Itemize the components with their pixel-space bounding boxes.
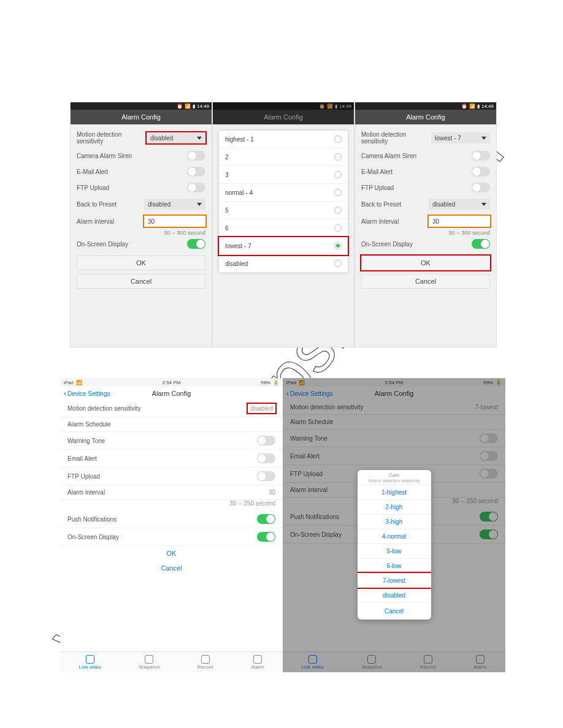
sheet-option[interactable]: 6-low xyxy=(358,558,431,573)
interval-hint: 30 -- 250 second xyxy=(229,500,275,507)
tab-bar: Live video Snapshot Record Alarm xyxy=(60,651,283,672)
tab-live-video[interactable]: Live video xyxy=(79,655,101,670)
sensitivity-action-sheet: Cam Motion detection sensitivity 1-highe… xyxy=(358,470,431,620)
ok-button[interactable]: OK xyxy=(361,256,490,270)
sensitivity-dropdown[interactable]: lowest - 7 xyxy=(431,132,490,143)
sensitivity-option[interactable]: disabled xyxy=(219,255,348,273)
signal-icon: ▮ xyxy=(477,104,480,109)
osd-toggle[interactable] xyxy=(187,239,205,249)
status-bar: iPad📶 2:54 PM 59%🔋 xyxy=(60,378,283,387)
phone-screenshot-2: ⏰ 📶 ▮ 14:49 Alarm Config highest - 1 2 3… xyxy=(212,102,354,347)
ipad-screenshot-2: iPad📶 2:54 PM 59%🔋 Device Settings Alarm… xyxy=(283,378,505,672)
sheet-subtitle: Motion detection sensitivity xyxy=(358,479,431,485)
ipad-screenshot-1: iPad📶 2:54 PM 59%🔋 Device Settings Alarm… xyxy=(60,378,283,672)
sheet-option[interactable]: disabled xyxy=(358,588,431,602)
screen-title: Alarm Config xyxy=(213,110,354,124)
cancel-button[interactable]: Cancel xyxy=(361,274,490,289)
sheet-option[interactable]: 2-high xyxy=(358,499,431,514)
email-label: E-Mail Alert xyxy=(77,169,108,175)
sensitivity-value[interactable]: disabled xyxy=(248,404,275,413)
ftp-toggle[interactable] xyxy=(257,471,275,481)
chevron-down-icon xyxy=(197,203,202,206)
ftp-toggle[interactable] xyxy=(472,183,490,192)
sheet-option[interactable]: 4-normal xyxy=(358,529,431,544)
sheet-option-selected[interactable]: 7-lowest xyxy=(358,573,431,588)
ftp-label: FTP Upload xyxy=(77,184,109,191)
signal-icon: ▮ xyxy=(193,104,195,109)
sensitivity-dropdown[interactable]: disabled xyxy=(147,132,205,143)
push-label: Push Notifications xyxy=(67,516,117,523)
interval-hint: 30 -- 300 second xyxy=(361,230,490,236)
preset-dropdown[interactable]: disabled xyxy=(429,199,490,210)
sensitivity-option[interactable]: 6 xyxy=(219,219,348,237)
sheet-cancel-button[interactable]: Cancel xyxy=(358,602,431,620)
email-toggle[interactable] xyxy=(472,167,490,176)
cancel-button[interactable]: Cancel xyxy=(77,274,205,289)
ok-button[interactable]: OK xyxy=(77,256,205,270)
preset-value: disabled xyxy=(432,201,455,208)
interval-label: Alarm interval xyxy=(77,218,114,225)
sensitivity-value: lowest - 7 xyxy=(435,135,461,142)
status-time: 14:49 xyxy=(481,104,494,109)
interval-label: Alarm interval xyxy=(361,218,399,225)
alarm-tab-icon xyxy=(253,655,262,664)
interval-input[interactable]: 30 xyxy=(144,216,205,227)
interval-hint: 30 -- 300 second xyxy=(77,230,205,236)
sheet-option[interactable]: 3-high xyxy=(358,514,431,529)
siren-toggle[interactable] xyxy=(472,151,490,161)
interval-label: Alarm interval xyxy=(67,489,105,496)
tone-toggle[interactable] xyxy=(257,436,275,446)
tab-snapshot[interactable]: Snapshot xyxy=(139,655,159,670)
status-bar: ⏰ 📶 ▮ 14:49 xyxy=(71,102,212,110)
sensitivity-option-selected[interactable]: lowest - 7 xyxy=(219,237,348,255)
phone-screenshot-1: ⏰ 📶 ▮ 14:49 Alarm Config Motion detectio… xyxy=(70,102,212,347)
osd-label: On-Screen Display xyxy=(77,241,128,248)
interval-input[interactable]: 30 xyxy=(429,216,490,227)
sheet-option[interactable]: 1-highest xyxy=(358,485,431,499)
osd-toggle[interactable] xyxy=(257,532,275,542)
radio-icon xyxy=(334,224,342,232)
siren-label: Camera Alarm Siren xyxy=(77,153,132,159)
email-toggle[interactable] xyxy=(257,453,275,463)
radio-icon xyxy=(334,135,342,143)
record-icon xyxy=(201,655,210,664)
back-button[interactable]: Device Settings xyxy=(64,389,110,398)
battery-percent: 59% xyxy=(261,380,270,385)
nav-bar: Device Settings Alarm Config xyxy=(60,387,283,400)
screen-title: Alarm Config xyxy=(152,390,191,397)
sheet-title: Cam xyxy=(358,470,431,479)
phone-screenshot-3: ⏰ 📶 ▮ 14:49 Alarm Config Motion detectio… xyxy=(354,102,497,347)
push-toggle[interactable] xyxy=(257,514,275,524)
tab-alarm[interactable]: Alarm xyxy=(251,655,264,670)
osd-toggle[interactable] xyxy=(472,239,490,249)
battery-icon: 🔋 xyxy=(273,380,279,385)
sensitivity-value: disabled xyxy=(150,135,173,142)
screen-title: Alarm Config xyxy=(355,110,496,124)
email-toggle[interactable] xyxy=(187,167,205,176)
preset-dropdown[interactable]: disabled xyxy=(144,199,205,210)
alarm-icon: ⏰ xyxy=(319,104,325,109)
chevron-down-icon xyxy=(481,203,486,206)
sensitivity-option[interactable]: normal - 4 xyxy=(219,184,348,202)
preset-label: Back to Preset xyxy=(361,201,401,208)
sensitivity-option[interactable]: 3 xyxy=(219,166,348,184)
screen-title: Alarm Config xyxy=(71,110,212,124)
siren-toggle[interactable] xyxy=(187,151,205,161)
live-video-icon xyxy=(86,655,94,664)
tab-record[interactable]: Record xyxy=(197,655,213,670)
sensitivity-option[interactable]: 5 xyxy=(219,202,348,219)
radio-icon xyxy=(334,153,342,161)
cancel-button[interactable]: Cancel xyxy=(60,561,283,575)
radio-icon xyxy=(334,171,342,178)
ok-button[interactable]: OK xyxy=(60,546,283,561)
wifi-icon: 📶 xyxy=(76,380,82,385)
radio-icon xyxy=(334,260,342,267)
status-time: 14:49 xyxy=(197,104,209,109)
status-time: 14:49 xyxy=(339,104,351,109)
wifi-icon: 📶 xyxy=(469,104,475,109)
sheet-option[interactable]: 5-low xyxy=(358,544,431,558)
ftp-toggle[interactable] xyxy=(187,183,205,192)
sensitivity-option[interactable]: highest - 1 xyxy=(219,131,348,148)
sensitivity-option[interactable]: 2 xyxy=(219,148,348,166)
interval-value[interactable]: 30 xyxy=(269,489,275,496)
